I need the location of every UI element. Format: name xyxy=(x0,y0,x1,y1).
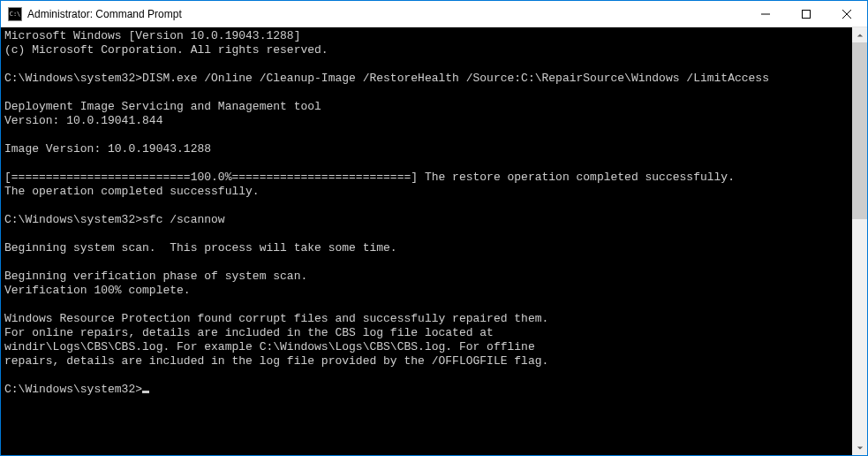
prompt-line: C:\Windows\system32> xyxy=(4,383,142,396)
terminal-output[interactable]: Microsoft Windows [Version 10.0.19043.12… xyxy=(1,27,852,455)
window-title: Administrator: Command Prompt xyxy=(27,8,745,20)
command-prompt-window: C:\ Administrator: Command Prompt Micros… xyxy=(0,0,868,456)
maximize-button[interactable] xyxy=(786,1,826,27)
minimize-button[interactable] xyxy=(745,1,786,27)
cmd-icon: C:\ xyxy=(8,7,22,21)
scroll-thumb[interactable] xyxy=(852,42,867,219)
window-controls xyxy=(745,1,867,27)
scroll-up-button[interactable] xyxy=(852,27,867,42)
scroll-down-button[interactable] xyxy=(852,440,867,455)
close-button[interactable] xyxy=(826,1,867,27)
svg-rect-1 xyxy=(803,10,811,18)
client-area: Microsoft Windows [Version 10.0.19043.12… xyxy=(1,27,867,455)
vertical-scrollbar[interactable] xyxy=(852,27,867,455)
cursor xyxy=(142,391,149,393)
titlebar[interactable]: C:\ Administrator: Command Prompt xyxy=(1,1,867,27)
